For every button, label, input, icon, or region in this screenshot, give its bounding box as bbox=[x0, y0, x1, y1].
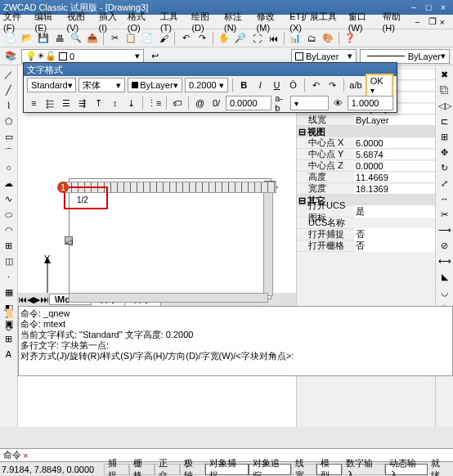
open-icon[interactable]: 📂 bbox=[20, 31, 34, 46]
menu-edit[interactable]: 编辑(E) bbox=[34, 11, 61, 33]
zoom-win-icon[interactable]: ⛶ bbox=[249, 31, 264, 46]
menu-window[interactable]: 窗口(W) bbox=[348, 11, 378, 33]
layer-mgr-icon[interactable]: 📚 bbox=[3, 49, 18, 64]
fillet-icon[interactable]: ◡ bbox=[437, 285, 452, 299]
menu-et[interactable]: ET扩展工具(X) bbox=[289, 11, 343, 33]
mtext-icon[interactable]: A bbox=[2, 347, 16, 361]
align-right-icon[interactable]: ⇶ bbox=[75, 96, 89, 110]
editor-scrollbar-v[interactable] bbox=[263, 182, 273, 296]
stack-icon[interactable]: a/b bbox=[348, 78, 362, 92]
zoom-rt-icon[interactable]: 🔎 bbox=[233, 31, 248, 46]
menu-file[interactable]: 文件(F) bbox=[3, 11, 29, 33]
prop-value[interactable]: 18.1369 bbox=[354, 184, 435, 194]
publish-icon[interactable]: 📤 bbox=[85, 31, 100, 46]
bold-icon[interactable]: B bbox=[237, 78, 251, 92]
width-factor-icon[interactable]: 👁 bbox=[331, 96, 345, 110]
doc-close-icon[interactable]: × bbox=[440, 17, 445, 27]
xline-icon[interactable]: ╱ bbox=[2, 83, 16, 97]
cut-icon[interactable]: ✂ bbox=[107, 31, 122, 46]
insert-field-icon[interactable]: 🏷 bbox=[171, 96, 185, 110]
extend-icon[interactable]: ⟶ bbox=[437, 222, 452, 237]
menu-draw[interactable]: 绘图(D) bbox=[191, 11, 219, 33]
status-ortho[interactable]: 正交 bbox=[155, 464, 180, 475]
justify-icon[interactable]: ≡ bbox=[27, 96, 41, 110]
underline-icon[interactable]: U bbox=[270, 78, 284, 92]
ellipse-icon[interactable]: ⬭ bbox=[2, 207, 16, 222]
tracking-icon[interactable]: a-b bbox=[274, 96, 288, 110]
menu-dim[interactable]: 标注(N) bbox=[224, 11, 252, 33]
hatch-icon[interactable]: ▦ bbox=[2, 285, 16, 299]
numbering-icon[interactable]: ⋮≡ bbox=[147, 96, 162, 110]
menu-view[interactable]: 视图(V) bbox=[67, 11, 94, 33]
status-osnap[interactable]: 对象捕捉 bbox=[205, 464, 248, 475]
symbol-icon[interactable]: @ bbox=[193, 96, 207, 110]
layer-prev-icon[interactable]: ↩ bbox=[147, 49, 162, 64]
status-dyninput[interactable]: 动态输入 bbox=[385, 464, 428, 475]
oblique-icon[interactable]: 0/ bbox=[209, 96, 223, 110]
doc-restore-icon[interactable]: ❐ bbox=[428, 16, 437, 27]
copy-obj-icon[interactable]: ⿻ bbox=[437, 83, 452, 97]
cmd-history-icon[interactable]: 📜 bbox=[2, 306, 16, 321]
prop-value[interactable]: 否 bbox=[354, 240, 435, 252]
resize-handle-left[interactable]: ◁ bbox=[65, 236, 73, 245]
rotate-icon[interactable]: ↻ bbox=[437, 160, 452, 175]
line-icon[interactable]: ／ bbox=[2, 67, 16, 82]
prop-value[interactable]: 是 bbox=[354, 205, 435, 218]
paste-icon[interactable]: 📄 bbox=[140, 31, 155, 46]
mtext-content[interactable]: 1/2 bbox=[77, 195, 88, 204]
text-style-combo[interactable]: Standard▾ bbox=[27, 78, 76, 92]
move-icon[interactable]: ✥ bbox=[437, 145, 452, 159]
prop-value[interactable]: 6.0000 bbox=[354, 138, 435, 148]
cmd-recent-icon[interactable]: ⟳ bbox=[2, 321, 16, 335]
array-icon[interactable]: ⊞ bbox=[437, 129, 452, 144]
prop-group-view[interactable]: 视图 bbox=[297, 126, 435, 137]
menu-modify[interactable]: 修改(M) bbox=[257, 11, 285, 33]
status-grid[interactable]: 栅格 bbox=[129, 464, 155, 475]
trim-icon[interactable]: ✂ bbox=[437, 207, 452, 222]
chamfer-icon[interactable]: ◣ bbox=[437, 269, 452, 284]
doc-minimize-icon[interactable]: − bbox=[415, 17, 419, 27]
menu-format[interactable]: 格式(O) bbox=[128, 11, 155, 33]
indent-input[interactable]: 0.0000 bbox=[226, 96, 271, 110]
dialog-titlebar[interactable]: 文字格式 bbox=[24, 63, 397, 76]
tab-prev-icon[interactable]: ◀ bbox=[27, 294, 34, 305]
save-icon[interactable]: 💾 bbox=[36, 31, 51, 46]
point-icon[interactable]: · bbox=[2, 269, 16, 284]
close-button[interactable]: × bbox=[437, 2, 450, 13]
align-left-icon[interactable]: ⬱ bbox=[43, 96, 57, 110]
linetype-combo[interactable]: ByLayer ▾ bbox=[360, 49, 450, 64]
align-center-icon[interactable]: ☰ bbox=[60, 96, 74, 110]
prop-value[interactable]: 否 bbox=[354, 228, 435, 240]
menu-tools[interactable]: 工具(T) bbox=[160, 11, 186, 33]
preview-icon[interactable]: 🔍 bbox=[69, 31, 83, 46]
layer-combo[interactable]: 💡 ☀ 🔓 0 ▾ bbox=[21, 49, 144, 64]
print-icon[interactable]: 🖶 bbox=[52, 31, 67, 46]
zoom-prev-icon[interactable]: ⏮ bbox=[266, 31, 280, 46]
command-history[interactable]: 命令: _qnew 命令: mtext 当前文字样式: "Standard" 文… bbox=[18, 306, 453, 376]
font-combo[interactable]: 宋体▾ bbox=[78, 78, 125, 92]
prop-value[interactable]: ByLayer bbox=[354, 115, 435, 125]
overline-icon[interactable]: Ō bbox=[286, 78, 300, 92]
copy-icon[interactable]: 📋 bbox=[123, 31, 138, 46]
pan-icon[interactable]: ✋ bbox=[217, 31, 231, 46]
tab-next-icon[interactable]: ▶ bbox=[34, 294, 40, 305]
status-model[interactable]: 模型 bbox=[316, 464, 342, 475]
align-bot-icon[interactable]: ⤓ bbox=[124, 96, 138, 110]
ellipse-arc-icon[interactable]: ◠ bbox=[2, 222, 16, 237]
redo-icon[interactable]: ↷ bbox=[195, 31, 209, 46]
tracking-combo[interactable]: ▾ bbox=[290, 96, 329, 110]
new-icon[interactable]: 📄 bbox=[3, 31, 18, 46]
prop-value[interactable]: 11.4669 bbox=[354, 173, 435, 182]
italic-icon[interactable]: I bbox=[253, 78, 267, 92]
break-icon[interactable]: ⊘ bbox=[437, 238, 452, 253]
spline-icon[interactable]: ∿ bbox=[2, 191, 16, 206]
undo-icon[interactable]: ↶ bbox=[178, 31, 193, 46]
text-height-combo[interactable]: 0.2000▾ bbox=[185, 78, 228, 92]
status-lweight[interactable]: 线宽 bbox=[291, 464, 316, 475]
status-otrack[interactable]: 对象追踪 bbox=[249, 464, 291, 475]
menu-help[interactable]: 帮助(H) bbox=[383, 11, 410, 33]
prop-value[interactable]: 5.6874 bbox=[354, 150, 435, 159]
designcenter-icon[interactable]: 🗂 bbox=[304, 31, 319, 46]
tab-first-icon[interactable]: ⏮ bbox=[18, 294, 27, 304]
properties-icon[interactable]: 📊 bbox=[288, 31, 303, 46]
